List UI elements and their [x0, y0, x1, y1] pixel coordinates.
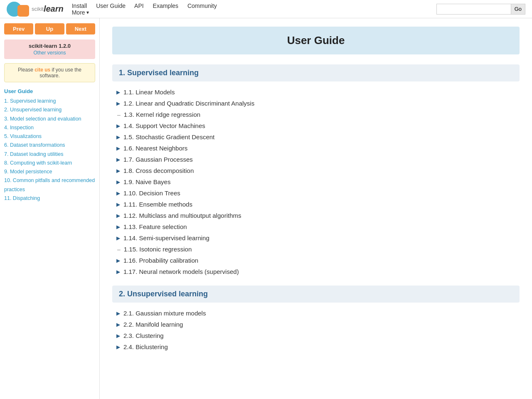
toc-link[interactable]: 1.3. Kernel ridge regression	[124, 111, 200, 118]
nav-install[interactable]: Install	[72, 2, 87, 9]
toc-link[interactable]: 1.10. Decision Trees	[123, 190, 180, 197]
sidebar-link-10[interactable]: 10. Common pitfalls and recommended prac…	[4, 176, 95, 194]
toc-link[interactable]: 1.7. Gaussian Processes	[123, 156, 193, 163]
sidebar-section-title: User Guide	[4, 88, 95, 94]
toc-link[interactable]: 1.5. Stochastic Gradient Descent	[123, 133, 214, 140]
arrow-icon: ▶	[116, 123, 120, 129]
sidebar-link-3[interactable]: 3. Model selection and evaluation	[4, 115, 95, 123]
toc-link[interactable]: 1.11. Ensemble methods	[123, 201, 192, 208]
section2-list: ▶2.1. Gaussian mixture models ▶2.2. Mani…	[112, 308, 520, 352]
logo-orange	[17, 5, 29, 17]
sidebar-link-9[interactable]: 9. Model persistence	[4, 167, 95, 176]
arrow-icon: ▶	[116, 344, 120, 350]
arrow-icon: ▶	[116, 213, 120, 219]
sidebar-link-2[interactable]: 2. Unsupervised learning	[4, 106, 95, 114]
other-versions-link[interactable]: Other versions	[33, 50, 66, 56]
list-item: –1.15. Isotonic regression	[116, 244, 520, 255]
list-item: ▶1.14. Semi-supervised learning	[116, 232, 520, 244]
sidebar-links: 1. Supervised learning 2. Unsupervised l…	[4, 97, 95, 203]
toc-link[interactable]: 1.6. Nearest Neighbors	[123, 145, 187, 152]
layout: Prev Up Next scikit-learn 1.2.0 Other ve…	[0, 18, 532, 399]
toc-link[interactable]: 1.17. Neural network models (supervised)	[123, 268, 239, 275]
sidebar-link-4[interactable]: 4. Inspection	[4, 123, 95, 132]
list-item: ▶1.1. Linear Models	[116, 86, 520, 98]
list-item: ▶1.6. Nearest Neighbors	[116, 143, 520, 154]
toc-link[interactable]: 1.2. Linear and Quadratic Discriminant A…	[123, 100, 254, 107]
main-nav: Install User Guide API Examples Communit…	[72, 2, 224, 16]
nav-user-guide[interactable]: User Guide	[96, 2, 126, 9]
sidebar-link-7[interactable]: 7. Dataset loading utilities	[4, 150, 95, 159]
toc-link[interactable]: 1.1. Linear Models	[123, 89, 175, 96]
list-item: ▶1.5. Stochastic Gradient Descent	[116, 131, 520, 143]
cite-before: Please	[18, 67, 34, 73]
nav-community[interactable]: Community	[187, 2, 217, 9]
toc-link[interactable]: 1.4. Support Vector Machines	[123, 122, 205, 129]
arrow-icon: ▶	[116, 224, 120, 230]
arrow-icon: ▶	[116, 190, 120, 196]
toc-link[interactable]: 1.12. Multiclass and multioutput algorit…	[123, 212, 241, 219]
nav-examples[interactable]: Examples	[153, 2, 178, 9]
list-item: ▶1.8. Cross decomposition	[116, 165, 520, 176]
dash-icon: –	[117, 246, 121, 253]
list-item: ▶1.17. Neural network models (supervised…	[116, 266, 520, 277]
list-item: ▶1.12. Multiclass and multioutput algori…	[116, 210, 520, 221]
toc-link[interactable]: 1.15. Isotonic regression	[124, 246, 192, 253]
arrow-icon: ▶	[116, 145, 120, 151]
list-item: –1.3. Kernel ridge regression	[116, 109, 520, 120]
nav-more[interactable]: More	[72, 9, 224, 16]
cite-box: Please cite us if you use the software.	[4, 63, 95, 82]
list-item: ▶1.9. Naive Bayes	[116, 176, 520, 187]
sidebar-link-11[interactable]: 11. Dispatching	[4, 194, 95, 203]
logo[interactable]: scikitlearn	[7, 2, 64, 17]
list-item: ▶1.16. Probability calibration	[116, 255, 520, 266]
prev-button[interactable]: Prev	[4, 23, 33, 34]
toc-link[interactable]: 1.16. Probability calibration	[123, 257, 198, 264]
sidebar-nav-buttons: Prev Up Next	[4, 23, 95, 34]
search-input[interactable]	[436, 4, 511, 15]
cite-link[interactable]: cite us	[34, 67, 50, 73]
arrow-icon: ▶	[116, 235, 120, 241]
sidebar-link-5[interactable]: 5. Visualizations	[4, 132, 95, 141]
arrow-icon: ▶	[116, 89, 120, 95]
sidebar-link-8[interactable]: 8. Computing with scikit-learn	[4, 159, 95, 167]
version-number: scikit-learn 1.2.0	[7, 43, 92, 49]
arrow-icon: ▶	[116, 269, 120, 275]
section2-title: 2. Unsupervised learning	[119, 290, 513, 298]
header: scikitlearn Install User Guide API Examp…	[0, 0, 532, 18]
sidebar-link-1[interactable]: 1. Supervised learning	[4, 97, 95, 106]
next-button[interactable]: Next	[66, 23, 95, 34]
toc-link[interactable]: 1.8. Cross decomposition	[123, 167, 194, 174]
sidebar-link-6[interactable]: 6. Dataset transformations	[4, 141, 95, 150]
arrow-icon: ▶	[116, 157, 120, 163]
main-content: User Guide 1. Supervised learning ▶1.1. …	[100, 18, 532, 399]
arrow-icon: ▶	[116, 101, 120, 106]
toc-link[interactable]: 2.2. Manifold learning	[123, 321, 183, 328]
arrow-icon: ▶	[116, 179, 120, 185]
list-item: ▶1.7. Gaussian Processes	[116, 154, 520, 165]
toc-link[interactable]: 2.1. Gaussian mixture models	[123, 310, 206, 317]
list-item: ▶1.11. Ensemble methods	[116, 199, 520, 210]
section1-header: 1. Supervised learning	[112, 64, 520, 81]
section1-title: 1. Supervised learning	[119, 69, 513, 77]
toc-link[interactable]: 1.14. Semi-supervised learning	[123, 234, 209, 241]
arrow-icon: ▶	[116, 333, 120, 339]
section1-list: ▶1.1. Linear Models ▶1.2. Linear and Qua…	[112, 86, 520, 277]
list-item: ▶1.10. Decision Trees	[116, 187, 520, 199]
list-item: ▶2.4. Biclustering	[116, 341, 520, 352]
list-item: ▶1.2. Linear and Quadratic Discriminant …	[116, 98, 520, 109]
toc-link[interactable]: 1.9. Naive Bayes	[123, 178, 170, 185]
list-item: ▶2.1. Gaussian mixture models	[116, 308, 520, 319]
toc-link[interactable]: 2.4. Biclustering	[123, 343, 168, 350]
arrow-icon: ▶	[116, 310, 120, 316]
list-item: ▶1.13. Feature selection	[116, 221, 520, 232]
nav-api[interactable]: API	[134, 2, 144, 9]
arrow-icon: ▶	[116, 134, 120, 140]
search-area: Go	[436, 4, 525, 15]
list-item: ▶1.4. Support Vector Machines	[116, 120, 520, 131]
up-button[interactable]: Up	[35, 23, 64, 34]
toc-link[interactable]: 2.3. Clustering	[123, 332, 164, 339]
toc-link[interactable]: 1.13. Feature selection	[123, 223, 187, 230]
arrow-icon: ▶	[116, 202, 120, 207]
page-title: User Guide	[112, 34, 520, 47]
search-button[interactable]: Go	[511, 4, 525, 15]
